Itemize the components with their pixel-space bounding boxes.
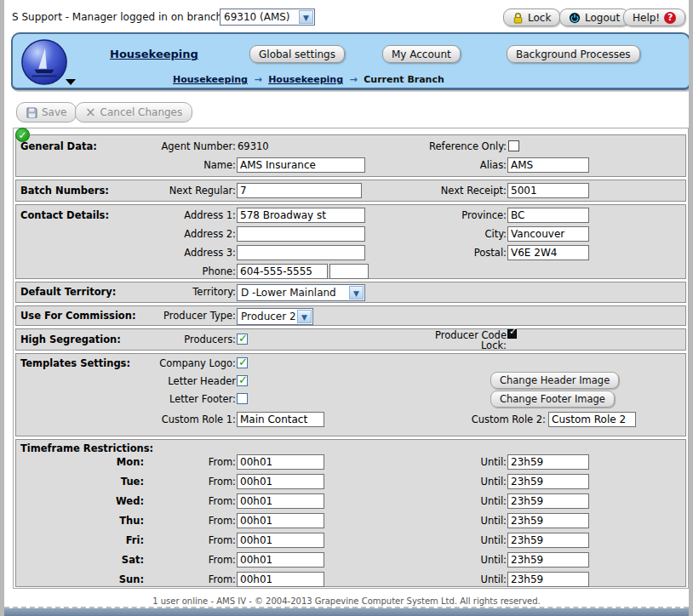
change-header-image-label: Change Header Image xyxy=(500,374,610,386)
letter-header-label: Letter Header xyxy=(16,375,236,387)
timeframe-fri-until-input[interactable] xyxy=(507,533,589,548)
until-label: Until: xyxy=(16,554,507,566)
until-label: Until: xyxy=(16,515,507,527)
timeframe-sun-until-input[interactable] xyxy=(507,572,589,587)
dropdown-arrow-icon: ▼ xyxy=(297,310,312,323)
breadcrumb-arrow-icon: → xyxy=(346,74,361,85)
breadcrumb-link-housekeeping-2[interactable]: Housekeeping xyxy=(268,74,343,85)
save-button-label: Save xyxy=(42,106,66,118)
logo-dropdown-arrow-icon[interactable] xyxy=(66,79,76,85)
section-timeframe-restrictions: Timeframe Restrictions: Mon: From: Until… xyxy=(15,439,686,587)
save-floppy-icon xyxy=(26,107,37,118)
phone-ext-input[interactable] xyxy=(329,264,369,279)
section-templates-settings: Templates Settings: Company Logo: Letter… xyxy=(15,353,686,436)
lock-button-label: Lock xyxy=(528,12,551,24)
form-area: ✓ General Data: Agent Number: 69310 Refe… xyxy=(13,128,689,589)
logout-button-label: Logout xyxy=(585,12,620,24)
province-label: Province: xyxy=(16,209,507,221)
producer-type-select[interactable]: Producer 2 ▼ xyxy=(237,308,313,325)
help-icon: ? xyxy=(664,12,676,24)
section-general-data: General Data: Agent Number: 69310 Refere… xyxy=(15,134,686,177)
phone-input[interactable] xyxy=(237,264,328,279)
status-ok-icon: ✓ xyxy=(15,128,30,142)
branch-select[interactable]: 69310 (AMS) ▼ xyxy=(220,9,315,26)
until-label: Until: xyxy=(16,534,507,546)
reference-only-label: Reference Only: xyxy=(16,140,507,152)
nav-my-account-button[interactable]: My Account xyxy=(382,45,461,63)
logout-button[interactable]: Logout xyxy=(559,9,629,26)
app-window: S Support - Manager logged in on branch:… xyxy=(0,0,693,616)
toolbar: Save × Cancel Changes xyxy=(11,92,690,128)
until-label: Until: xyxy=(16,456,507,468)
reference-only-checkbox[interactable] xyxy=(508,140,519,151)
territory-label: Territory: xyxy=(16,286,236,298)
branch-select-value: 69310 (AMS) xyxy=(224,11,290,23)
breadcrumb-current-branch: Current Branch xyxy=(364,74,444,85)
footer-copyright: 1 user online - AMS IV - © 2004-2013 Gra… xyxy=(4,596,689,606)
company-logo-icon[interactable] xyxy=(20,37,69,87)
section-default-territory: Default Territory: Territory: D -Lower M… xyxy=(15,282,686,303)
alias-input[interactable] xyxy=(507,157,589,173)
change-footer-image-label: Change Footer Image xyxy=(500,393,605,405)
header-band: Housekeeping Global settings My Account … xyxy=(11,32,690,90)
breadcrumb: Housekeeping → Housekeeping → Current Br… xyxy=(173,74,444,85)
nav-background-processes-label: Background Processes xyxy=(516,48,631,60)
company-logo-label: Company Logo: xyxy=(16,357,236,369)
breadcrumb-arrow-icon: → xyxy=(250,74,265,85)
section-use-for-commission: Use For Commission: Producer Type: Produ… xyxy=(15,305,686,326)
timeframe-thu-until-input[interactable] xyxy=(507,513,589,528)
help-button-label: Help! xyxy=(633,12,660,24)
phone-label: Phone: xyxy=(16,265,236,277)
timeframe-sat-until-input[interactable] xyxy=(507,552,589,568)
nav-global-settings-button[interactable]: Global settings xyxy=(249,45,345,63)
timeframe-tue-until-input[interactable] xyxy=(507,474,589,489)
postal-label: Postal: xyxy=(16,247,507,259)
dropdown-arrow-icon: ▼ xyxy=(299,10,313,24)
housekeeping-title-link[interactable]: Housekeeping xyxy=(110,48,198,60)
producer-type-label: Producer Type: xyxy=(16,310,236,322)
alias-label: Alias: xyxy=(16,159,507,171)
top-bar: S Support - Manager logged in on branch:… xyxy=(4,0,689,31)
nav-my-account-label: My Account xyxy=(392,48,451,60)
cancel-x-icon: × xyxy=(85,106,96,118)
until-label: Until: xyxy=(16,495,507,507)
help-button[interactable]: Help! ? xyxy=(623,9,685,26)
postal-input[interactable] xyxy=(507,245,589,260)
custom-role2-input[interactable] xyxy=(548,412,636,427)
section-high-segregation: High Segregation: Producers: Producer Co… xyxy=(15,328,686,351)
until-label: Until: xyxy=(16,476,507,488)
producer-code-lock-checkbox[interactable] xyxy=(507,329,517,339)
lock-button[interactable]: Lock xyxy=(503,9,560,26)
territory-select[interactable]: D -Lower Mainland ▼ xyxy=(237,284,365,301)
save-button[interactable]: Save xyxy=(16,102,77,123)
section-batch-numbers: Batch Numbers: Next Regular: Next Receip… xyxy=(15,180,686,202)
producer-code-lock-label-line2: Lock: xyxy=(16,339,507,351)
producer-type-select-value: Producer 2 xyxy=(241,311,296,322)
nav-global-settings-label: Global settings xyxy=(259,48,335,60)
letter-footer-checkbox[interactable] xyxy=(237,393,248,404)
next-receipt-input[interactable] xyxy=(507,183,589,198)
next-receipt-label: Next Receipt: xyxy=(16,185,507,197)
change-header-image-button[interactable]: Change Header Image xyxy=(490,372,619,389)
section-title: Timeframe Restrictions: xyxy=(20,442,153,454)
city-input[interactable] xyxy=(507,226,589,242)
cancel-changes-button[interactable]: × Cancel Changes xyxy=(75,102,192,123)
company-logo-checkbox[interactable] xyxy=(237,357,248,368)
padlock-icon xyxy=(513,12,524,24)
nav-background-processes-button[interactable]: Background Processes xyxy=(507,45,640,63)
territory-select-value: D -Lower Mainland xyxy=(241,287,336,299)
city-label: City: xyxy=(16,228,507,240)
timeframe-wed-until-input[interactable] xyxy=(507,493,589,509)
custom-role2-label: Custom Role 2: xyxy=(16,414,546,425)
cancel-changes-label: Cancel Changes xyxy=(100,106,183,118)
section-contact-details: Contact Details: Address 1: Address 2: A… xyxy=(15,204,686,279)
breadcrumb-link-housekeeping-1[interactable]: Housekeeping xyxy=(173,74,248,85)
timeframe-mon-until-input[interactable] xyxy=(507,454,589,470)
letter-footer-label: Letter Footer: xyxy=(16,393,236,405)
change-footer-image-button[interactable]: Change Footer Image xyxy=(490,391,615,408)
until-label: Until: xyxy=(16,573,507,585)
session-info: S Support - Manager logged in on branch: xyxy=(12,11,226,23)
letter-header-checkbox[interactable] xyxy=(237,375,248,386)
province-input[interactable] xyxy=(507,208,589,223)
window-bottom-bar xyxy=(4,608,689,616)
